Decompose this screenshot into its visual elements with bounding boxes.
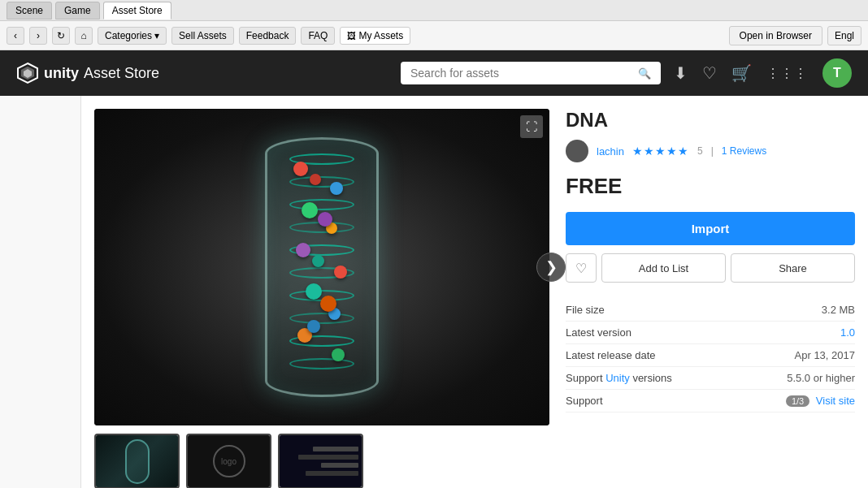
main-image-wrapper: ⛶ ❯ <box>94 109 549 425</box>
content-area: ⛶ ❯ logo <box>81 96 868 488</box>
support-row: Support 1/3 Visit site <box>566 390 855 412</box>
categories-button[interactable]: Categories ▾ <box>98 27 167 45</box>
release-date-value: Apr 13, 2017 <box>741 344 855 367</box>
avatar[interactable]: T <box>822 58 852 88</box>
file-size-label: File size <box>566 299 741 322</box>
latest-version-value: 1.0 <box>741 322 855 344</box>
info-section: DNA lachin ★★★★★ 5 | 1 Reviews FREE Impo… <box>566 109 855 475</box>
thumbnail-2[interactable]: logo <box>186 434 271 488</box>
expand-icon: ⛶ <box>526 120 537 133</box>
unity-versions-value: 5.5.0 or higher <box>741 367 855 390</box>
support-label: Support <box>566 390 741 412</box>
release-date-label: Latest release date <box>566 344 741 367</box>
cart-icon[interactable]: 🛒 <box>731 63 752 83</box>
price: FREE <box>566 174 855 199</box>
thumbnail-1[interactable] <box>94 434 180 488</box>
nav-refresh-button[interactable]: ↻ <box>52 27 70 45</box>
download-icon[interactable]: ⬇ <box>674 63 688 83</box>
main-image-background <box>94 109 549 425</box>
asset-title: DNA <box>566 109 855 132</box>
info-table: File size 3.2 MB Latest version 1.0 Late… <box>566 299 855 412</box>
title-bar: Scene Game Asset Store <box>0 0 868 21</box>
nav-bar: ‹ › ↻ ⌂ Categories ▾ Sell Assets Feedbac… <box>0 21 868 50</box>
favorite-button[interactable]: ♡ <box>566 253 597 283</box>
main-content: ⛶ ❯ logo <box>0 96 868 488</box>
header-icons: ⬇ ♡ 🛒 ⋮⋮⋮ T <box>674 58 852 88</box>
thumbnail-3[interactable] <box>278 434 363 488</box>
author-row: lachin ★★★★★ 5 | 1 Reviews <box>566 140 855 162</box>
support-badge: 1/3 <box>786 395 809 407</box>
my-assets-icon: 🖼 <box>347 31 356 41</box>
wishlist-icon[interactable]: ♡ <box>702 63 717 83</box>
logo-unity-text: unity <box>44 65 79 82</box>
main-image: ⛶ <box>94 109 549 425</box>
author-name[interactable]: lachin <box>597 145 624 158</box>
tab-game[interactable]: Game <box>55 2 100 19</box>
categories-chevron-icon: ▾ <box>154 30 159 41</box>
latest-version-row: Latest version 1.0 <box>566 322 855 344</box>
language-button[interactable]: Engl <box>827 26 861 45</box>
tab-asset-store[interactable]: Asset Store <box>103 2 171 19</box>
logo[interactable]: unityAsset Store <box>16 62 159 84</box>
open-browser-button[interactable]: Open in Browser <box>729 26 822 45</box>
add-to-list-button[interactable]: Add to List <box>601 253 726 283</box>
star-rating: ★★★★★ <box>632 145 689 158</box>
thumbnails: logo <box>94 434 549 488</box>
unity-versions-row: Support Unity versions 5.5.0 or higher <box>566 367 855 390</box>
grid-icon[interactable]: ⋮⋮⋮ <box>766 66 808 81</box>
file-size-row: File size 3.2 MB <box>566 299 855 322</box>
my-assets-label: My Assets <box>358 30 403 41</box>
dna-spiral <box>289 145 354 389</box>
next-image-button[interactable]: ❯ <box>536 253 566 282</box>
heart-icon: ♡ <box>575 261 587 276</box>
sell-assets-button[interactable]: Sell Assets <box>171 27 234 45</box>
sidebar <box>0 96 81 488</box>
faq-button[interactable]: FAQ <box>301 27 335 45</box>
nav-back-button[interactable]: ‹ <box>7 27 24 45</box>
search-input[interactable] <box>410 67 631 80</box>
file-size-value: 3.2 MB <box>741 299 855 322</box>
search-icon[interactable]: 🔍 <box>638 67 651 80</box>
faq-label: FAQ <box>308 30 328 41</box>
logo-store-text: Asset Store <box>84 65 159 82</box>
expand-button[interactable]: ⛶ <box>520 115 543 138</box>
review-link[interactable]: 1 Reviews <box>722 145 766 157</box>
tab-scene[interactable]: Scene <box>7 2 52 19</box>
categories-label: Categories <box>105 30 152 41</box>
import-button[interactable]: Import <box>566 212 855 245</box>
unity-logo-icon <box>16 62 39 84</box>
visit-site-link[interactable]: Visit site <box>816 395 855 407</box>
dna-visualization <box>241 129 403 405</box>
header: unityAsset Store 🔍 ⬇ ♡ 🛒 ⋮⋮⋮ T <box>0 50 868 96</box>
arrow-right-icon: ❯ <box>545 258 558 276</box>
release-date-row: Latest release date Apr 13, 2017 <box>566 344 855 367</box>
share-button[interactable]: Share <box>731 253 855 283</box>
support-value: 1/3 Visit site <box>741 390 855 412</box>
feedback-button[interactable]: Feedback <box>239 27 297 45</box>
author-avatar <box>566 140 588 162</box>
nav-forward-button[interactable]: › <box>29 27 47 45</box>
latest-version-label: Latest version <box>566 322 741 344</box>
review-count: 5 <box>697 145 703 157</box>
nav-home-button[interactable]: ⌂ <box>75 27 93 45</box>
my-assets-button[interactable]: 🖼 My Assets <box>340 27 410 45</box>
action-row: ♡ Add to List Share <box>566 253 855 283</box>
unity-versions-label: Support Unity versions <box>566 367 741 390</box>
image-section: ⛶ ❯ logo <box>94 109 549 475</box>
feedback-label: Feedback <box>246 30 289 41</box>
sell-assets-label: Sell Assets <box>179 30 227 41</box>
search-bar: 🔍 <box>401 62 661 84</box>
review-separator: | <box>711 145 714 157</box>
